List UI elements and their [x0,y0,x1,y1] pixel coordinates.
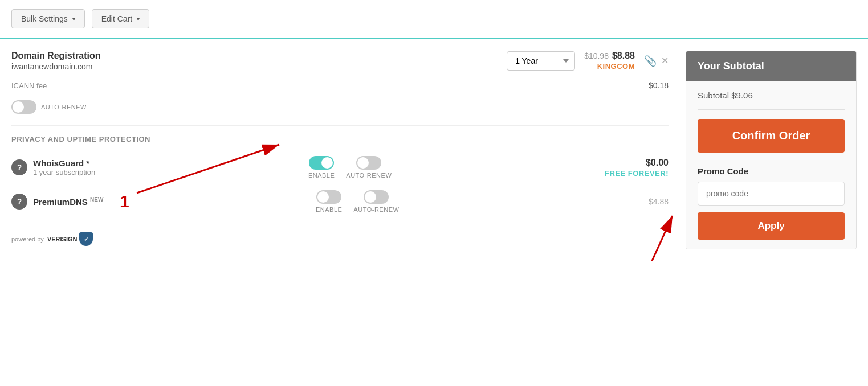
apply-button[interactable]: Apply [698,212,845,240]
promo-label: Promo Code [698,166,845,176]
premiumdns-badge: NEW [90,196,103,203]
edit-cart-button[interactable]: Edit Cart ▾ [92,9,149,28]
subtotal-body: Subtotal $9.06 Confirm Order Promo Code … [686,81,856,249]
whoisguard-name: WhoisGuard * [33,158,95,168]
premiumdns-enable-group: ENABLE [316,190,342,213]
premiumdns-left: ? PremiumDNS NEW [11,194,103,210]
whoisguard-price-main: $0.00 [646,158,669,168]
edit-cart-arrow-icon: ▾ [137,16,140,22]
whoisguard-toggles: ENABLE AUTO-RENEW [308,156,392,179]
auto-renew-row: AUTO-RENEW [11,100,669,114]
edit-cart-label: Edit Cart [101,14,132,23]
whoisguard-enable-group: ENABLE [308,156,335,179]
domain-auto-renew-label: AUTO-RENEW [41,104,87,110]
premiumdns-autorenew-group: AUTO-RENEW [353,190,399,213]
price-old: $10.98 [584,51,609,60]
cart-section: Domain Registration iwantanewdomain.com … [11,51,669,249]
whoisguard-autorenew-group: AUTO-RENEW [346,156,392,179]
whoisguard-left: ? WhoisGuard * 1 year subscription [11,158,95,176]
icann-price: $0.18 [649,81,669,90]
item-controls: 1 Year 2 Years 3 Years $10.98 $8.88 KING… [507,51,669,71]
item-title-group: Domain Registration iwantanewdomain.com [11,51,100,71]
section-divider [11,125,669,126]
item-title: Domain Registration [11,51,100,61]
promo-code-input[interactable] [698,182,845,206]
verisign-shield-icon: ✓ [79,232,93,246]
domain-auto-renew-toggle[interactable] [11,100,36,114]
premiumdns-price-strike: $4.88 [649,197,669,206]
premiumdns-name: PremiumDNS NEW [33,196,103,207]
whoisguard-price-sub: FREE FOREVER! [605,169,669,178]
item-header: Domain Registration iwantanewdomain.com … [11,51,669,71]
premiumdns-toggles: ENABLE AUTO-RENEW [316,190,399,213]
item-domain: iwantanewdomain.com [11,62,100,71]
premiumdns-autorenew-toggle[interactable] [364,190,389,204]
verisign-footer: powered by VERISIGN ✓ [11,232,669,246]
premiumdns-info: PremiumDNS NEW [33,196,103,207]
subtotal-label: Subtotal [698,91,729,100]
bulk-settings-button[interactable]: Bulk Settings ▾ [11,9,85,28]
verisign-brand: VERISIGN [47,236,78,243]
premiumdns-enable-label: ENABLE [316,206,342,213]
domain-registration-item: Domain Registration iwantanewdomain.com … [11,51,669,114]
promo-section: Promo Code Apply [698,166,845,240]
price-new: $8.88 [612,51,635,61]
bulk-settings-label: Bulk Settings [21,14,68,23]
privacy-section: Privacy and Uptime Protection ? WhoisGua… [11,135,669,219]
whoisguard-enable-toggle[interactable] [309,156,334,170]
premiumdns-autorenew-label: AUTO-RENEW [353,206,399,213]
icann-row: ICANN fee $0.18 [11,76,669,95]
subtotal-box: Your Subtotal Subtotal $9.06 Confirm Ord… [686,51,857,249]
whoisguard-addon-row: ? WhoisGuard * 1 year subscription ENABL… [11,150,669,184]
premiumdns-enable-toggle[interactable] [316,190,341,204]
subtotal-header: Your Subtotal [686,51,856,81]
main-layout: Domain Registration iwantanewdomain.com … [0,39,868,261]
icann-label: ICANN fee [11,81,47,90]
premiumdns-addon-row: ? PremiumDNS NEW ENABLE [11,184,669,219]
coupon-code: KINGCOM [597,62,635,71]
powered-by-label: powered by [11,236,44,243]
whoisguard-sub: 1 year subscription [33,168,95,176]
item-icons: 📎 ✕ [644,55,669,67]
bulk-settings-arrow-icon: ▾ [72,16,75,22]
whoisguard-autorenew-label: AUTO-RENEW [346,172,392,179]
privacy-section-title: Privacy and Uptime Protection [11,135,669,143]
subtotal-value: $9.06 [731,91,753,100]
price-area: $10.98 $8.88 KINGCOM [584,51,635,71]
premiumdns-price: $4.88 [612,197,669,206]
whoisguard-enable-label: ENABLE [308,172,335,179]
edit-icon[interactable]: 📎 [644,55,657,67]
verisign-logo: VERISIGN ✓ [47,232,93,246]
whoisguard-autorenew-toggle[interactable] [356,156,381,170]
subtotal-amount: Subtotal $9.06 [698,91,845,110]
whoisguard-help-button[interactable]: ? [11,159,27,175]
whoisguard-price: $0.00 FREE FOREVER! [605,158,669,178]
whoisguard-info: WhoisGuard * 1 year subscription [33,158,95,176]
top-bar: Bulk Settings ▾ Edit Cart ▾ [0,0,868,39]
year-select[interactable]: 1 Year 2 Years 3 Years [507,51,575,71]
sidebar: Your Subtotal Subtotal $9.06 Confirm Ord… [686,51,857,249]
confirm-order-button[interactable]: Confirm Order [698,119,845,153]
remove-icon[interactable]: ✕ [661,55,669,66]
premiumdns-help-button[interactable]: ? [11,194,27,210]
